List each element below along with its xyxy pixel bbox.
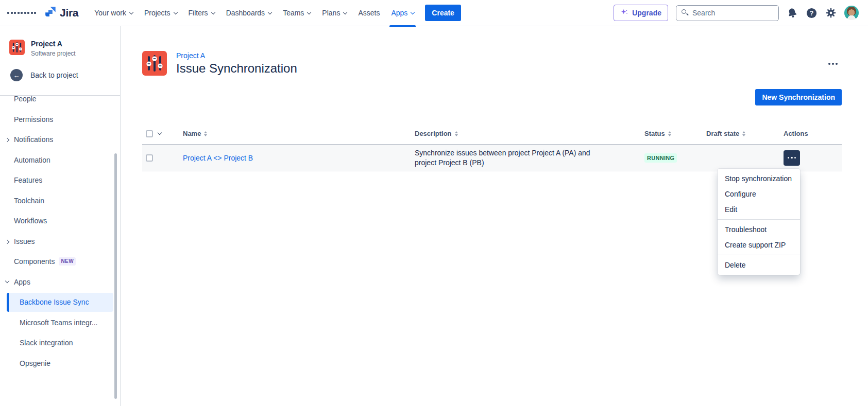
table-row: Project A <> Project B Synchronize issue… — [142, 145, 842, 171]
column-label: Name — [183, 130, 201, 137]
nav-item-label: Dashboards — [226, 9, 265, 17]
nav-item-label: Projects — [144, 9, 171, 17]
search-box — [676, 5, 779, 21]
sidebar-item-people[interactable]: People — [0, 96, 120, 109]
svg-text:?: ? — [810, 9, 814, 16]
chevron-right-icon — [5, 138, 9, 142]
create-button[interactable]: Create — [425, 5, 461, 21]
upgrade-label: Upgrade — [632, 9, 661, 17]
menu-item-edit[interactable]: Edit — [718, 202, 800, 217]
column-header-name[interactable]: Name — [183, 130, 415, 137]
row-actions-button[interactable] — [784, 150, 800, 166]
notifications-bell-icon[interactable] — [787, 7, 798, 19]
nav-item-your-work[interactable]: Your work — [89, 0, 139, 26]
sort-icon — [742, 131, 745, 136]
sort-icon — [455, 131, 458, 136]
backbone-app-icon — [142, 51, 167, 76]
sidebar-item-label: Apps — [14, 278, 30, 286]
column-label: Draft state — [706, 130, 739, 137]
nav-item-label: Teams — [283, 9, 304, 17]
menu-group: Delete — [718, 255, 800, 275]
menu-group: Stop synchronization Configure Edit — [718, 169, 800, 219]
chevron-down-icon — [411, 10, 415, 14]
menu-group: Troubleshoot Create support ZIP — [718, 219, 800, 255]
column-header-actions: Actions — [784, 130, 842, 137]
menu-item-configure[interactable]: Configure — [718, 186, 800, 202]
nav-item-assets[interactable]: Assets — [352, 0, 385, 26]
nav-item-projects[interactable]: Projects — [139, 0, 183, 26]
sidebar-project-header: Project A Software project — [0, 26, 120, 57]
jira-logo-word: Jira — [60, 7, 78, 19]
column-header-draft-state[interactable]: Draft state — [706, 130, 784, 137]
chevron-down-icon — [5, 278, 9, 283]
table-header: Name Description Status Draft state Acti… — [142, 123, 842, 145]
menu-item-troubleshoot[interactable]: Troubleshoot — [718, 222, 800, 237]
user-avatar[interactable] — [844, 6, 859, 20]
menu-item-create-support-zip[interactable]: Create support ZIP — [718, 237, 800, 253]
sidebar-item-apps[interactable]: Apps — [0, 273, 120, 292]
column-header-status[interactable]: Status — [644, 130, 706, 137]
breadcrumb[interactable]: Project A — [176, 51, 297, 60]
page-header: Project A Issue Synchronization — [142, 51, 842, 76]
sidebar-item-opsgenie[interactable]: Opsgenie — [0, 354, 120, 373]
project-name: Project A — [31, 40, 76, 48]
nav-item-plans[interactable]: Plans — [316, 0, 352, 26]
jira-logo[interactable]: Jira — [44, 6, 78, 21]
nav-item-label: Filters — [189, 9, 208, 17]
chevron-down-icon — [211, 10, 215, 14]
page-title: Issue Synchronization — [176, 61, 297, 76]
sidebar-item-notifications[interactable]: Notifications — [0, 130, 120, 149]
menu-item-stop-synchronization[interactable]: Stop synchronization — [718, 171, 800, 186]
select-all-checkbox[interactable] — [146, 130, 153, 137]
row-actions-menu: Stop synchronization Configure Edit Trou… — [718, 169, 800, 275]
nav-item-teams[interactable]: Teams — [277, 0, 316, 26]
sidebar-item-microsoft-teams[interactable]: Microsoft Teams integr... — [0, 313, 120, 332]
search-icon — [682, 9, 686, 14]
sidebar-item-toolchain[interactable]: Toolchain — [0, 191, 120, 210]
sidebar-item-slack-integration[interactable]: Slack integration — [0, 333, 120, 352]
project-type: Software project — [31, 50, 76, 57]
search-input[interactable] — [676, 5, 779, 21]
column-label: Description — [415, 130, 452, 137]
new-synchronization-button[interactable]: New Synchronization — [755, 89, 842, 105]
nav-item-apps[interactable]: Apps — [385, 0, 420, 26]
sidebar-item-label: Notifications — [14, 135, 53, 144]
nav-item-label: Assets — [358, 9, 380, 17]
sidebar-item-workflows[interactable]: Workflows — [0, 211, 120, 231]
sync-description: Synchronize issues between project Proje… — [415, 148, 644, 168]
sidebar-item-permissions[interactable]: Permissions — [0, 110, 120, 129]
sidebar-scrollbar[interactable] — [114, 153, 117, 399]
nav-item-dashboards[interactable]: Dashboards — [220, 0, 278, 26]
help-icon[interactable]: ? — [806, 7, 818, 19]
sync-name-link[interactable]: Project A <> Project B — [183, 154, 415, 162]
sidebar-item-issues[interactable]: Issues — [0, 232, 120, 251]
back-label: Back to project — [30, 71, 78, 79]
upgrade-button[interactable]: Upgrade — [614, 5, 668, 21]
chevron-down-icon — [307, 10, 311, 14]
sort-icon — [204, 131, 207, 136]
sidebar-item-automation[interactable]: Automation — [0, 151, 120, 170]
nav-item-label: Your work — [94, 9, 126, 17]
chevron-down-icon — [343, 10, 347, 14]
page-more-actions-icon[interactable] — [825, 60, 841, 68]
row-checkbox[interactable] — [146, 154, 153, 162]
sidebar-item-label: Issues — [14, 237, 35, 245]
column-header-description[interactable]: Description — [415, 130, 644, 137]
app-switcher-icon[interactable] — [7, 12, 36, 14]
status-badge: RUNNING — [644, 153, 677, 163]
chevron-down-icon — [268, 10, 272, 14]
sparkle-icon — [620, 8, 628, 18]
sidebar-item-backbone-issue-sync[interactable]: Backbone Issue Sync — [7, 293, 113, 312]
menu-item-delete[interactable]: Delete — [718, 257, 800, 273]
chevron-down-icon[interactable] — [158, 131, 162, 135]
settings-gear-icon[interactable] — [825, 7, 837, 19]
sidebar-item-components[interactable]: ComponentsNEW — [0, 252, 120, 271]
back-to-project[interactable]: ← Back to project — [10, 69, 120, 81]
jira-logo-icon — [44, 6, 57, 21]
sort-icon — [668, 131, 671, 136]
sidebar-item-features[interactable]: Features — [0, 171, 120, 190]
column-label: Status — [644, 130, 665, 137]
chevron-down-icon — [129, 10, 133, 14]
nav-item-filters[interactable]: Filters — [183, 0, 220, 26]
nav-item-label: Apps — [391, 9, 407, 17]
